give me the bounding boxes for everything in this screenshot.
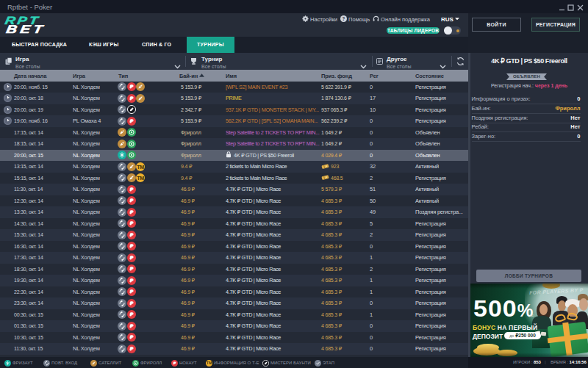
svg-text:TM: TM	[137, 176, 144, 181]
svg-text:TM: TM	[137, 164, 144, 169]
svg-text:TM: TM	[207, 361, 212, 365]
svg-text:?: ?	[343, 16, 345, 21]
